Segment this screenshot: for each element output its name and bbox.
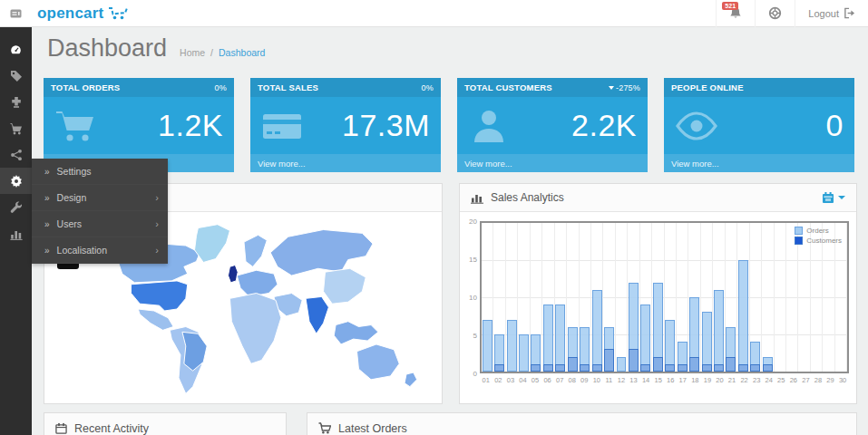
x-tick-label: 13 <box>628 376 640 384</box>
orders-bar[interactable] <box>617 357 627 372</box>
orders-bar[interactable] <box>555 304 565 372</box>
customers-bar[interactable] <box>763 364 773 372</box>
customers-bar[interactable] <box>653 357 663 372</box>
map-region-new-zealand[interactable] <box>405 372 417 387</box>
date-range-button[interactable] <box>822 191 845 204</box>
latest-orders-panel: Latest Orders <box>307 412 857 435</box>
customers-bar[interactable] <box>568 357 578 372</box>
customers-bar[interactable] <box>592 364 602 372</box>
customers-bar[interactable] <box>726 357 736 372</box>
customers-bar[interactable] <box>580 364 590 372</box>
customers-bar[interactable] <box>750 364 760 372</box>
view-more-link[interactable]: View more... <box>664 154 854 172</box>
chart-column-17 <box>677 223 688 372</box>
sidebar-item-catalog[interactable] <box>0 63 32 89</box>
legend-item-customers: Customers <box>795 237 842 245</box>
sidebar-item-sales[interactable] <box>0 115 32 141</box>
map-region-brazil[interactable] <box>182 332 207 371</box>
customers-bar[interactable] <box>702 364 712 372</box>
y-tick-label: 10 <box>469 294 477 302</box>
chart-plot-area[interactable]: OrdersCustomers <box>480 221 849 373</box>
customers-bar[interactable] <box>665 364 675 372</box>
submenu-item-localisation[interactable]: »Localisation› <box>32 237 168 264</box>
orders-bar[interactable] <box>519 334 529 372</box>
sidebar-nav <box>0 27 32 435</box>
customers-bar[interactable] <box>531 364 541 372</box>
menu-toggle-icon[interactable] <box>0 0 32 27</box>
submenu-item-users[interactable]: »Users› <box>32 211 168 237</box>
orders-bar[interactable] <box>714 290 724 372</box>
map-region-europe[interactable] <box>237 270 278 296</box>
customers-bar[interactable] <box>689 357 699 372</box>
notifications-button[interactable]: 521 <box>716 0 755 27</box>
submenu-item-label: Users <box>57 218 156 229</box>
chevron-right-icon: › <box>155 192 159 203</box>
sidebar-item-tools[interactable] <box>0 194 32 220</box>
map-region-india[interactable] <box>306 296 328 334</box>
x-tick-label: 23 <box>750 376 763 384</box>
orders-bar[interactable] <box>702 312 712 372</box>
tile-body: 1.2K <box>44 97 234 154</box>
chevron-right-icon: › <box>155 218 159 229</box>
view-more-link[interactable]: View more... <box>457 154 648 172</box>
customers-bar[interactable] <box>604 349 614 372</box>
orders-bar[interactable] <box>483 320 493 372</box>
map-region-scandinavia[interactable] <box>244 235 267 266</box>
breadcrumb-home[interactable]: Home <box>180 47 205 58</box>
sidebar-item-dashboard[interactable] <box>0 36 32 63</box>
customers-bar[interactable] <box>738 364 748 372</box>
orders-bar[interactable] <box>543 304 553 372</box>
submenu-item-design[interactable]: »Design› <box>32 185 168 211</box>
map-region-mexico[interactable] <box>138 309 173 330</box>
view-more-link[interactable]: View more... <box>250 154 441 172</box>
sidebar-item-reports[interactable] <box>0 220 32 246</box>
chart-column-10 <box>591 223 603 372</box>
brand-text: opencart <box>37 5 103 23</box>
customers-bar[interactable] <box>555 364 565 372</box>
map-region-se-asia[interactable] <box>334 322 378 344</box>
double-chevron-icon: » <box>44 167 50 177</box>
tile-value: 17.3M <box>342 108 430 143</box>
orders-bar[interactable] <box>738 260 748 372</box>
x-tick-label: 06 <box>541 376 554 384</box>
map-region-russia[interactable] <box>270 229 373 276</box>
map-region-uk[interactable] <box>228 265 238 282</box>
x-tick-label: 07 <box>553 376 566 384</box>
catalog-icon <box>10 70 23 82</box>
map-region-greenland[interactable] <box>195 225 230 263</box>
sidebar-item-marketing[interactable] <box>0 141 32 168</box>
tile-value: 0 <box>826 108 844 143</box>
customers-bar[interactable] <box>678 364 688 372</box>
opencart-logo[interactable]: opencart <box>37 5 128 23</box>
map-region-africa[interactable] <box>229 294 280 364</box>
customers-bar[interactable] <box>543 364 553 372</box>
customers-bar[interactable] <box>640 364 650 372</box>
customers-bar[interactable] <box>494 364 504 372</box>
chart-column-06 <box>542 223 554 372</box>
orders-bar[interactable] <box>640 304 650 372</box>
orders-bar[interactable] <box>592 290 602 372</box>
logout-label: Logout <box>808 8 839 19</box>
map-region-china[interactable] <box>324 268 366 304</box>
chart-column-02 <box>493 223 505 372</box>
customers-bar[interactable] <box>629 349 639 372</box>
orders-bar[interactable] <box>507 320 517 372</box>
customers-bar[interactable] <box>714 364 724 372</box>
x-tick-label: 26 <box>787 376 800 384</box>
map-region-australia[interactable] <box>357 344 400 380</box>
map-region-us[interactable] <box>131 281 187 311</box>
chart-columns <box>482 223 847 372</box>
logout-button[interactable]: Logout <box>795 0 868 27</box>
recent-activity-panel: Recent Activity <box>44 412 287 435</box>
chart-column-14 <box>640 223 652 372</box>
latest-orders-header: Latest Orders <box>307 413 856 435</box>
store-front-button[interactable] <box>755 0 795 27</box>
sidebar-item-extensions[interactable] <box>0 89 32 115</box>
sidebar-item-system[interactable] <box>0 168 32 194</box>
tile-value: 1.2K <box>158 108 223 143</box>
chart-column-07 <box>555 223 567 372</box>
marketing-icon <box>10 149 23 161</box>
submenu-item-settings[interactable]: »Settings <box>32 159 168 185</box>
breadcrumb-current[interactable]: Dashboard <box>219 47 265 58</box>
x-tick-label: 21 <box>726 376 738 384</box>
